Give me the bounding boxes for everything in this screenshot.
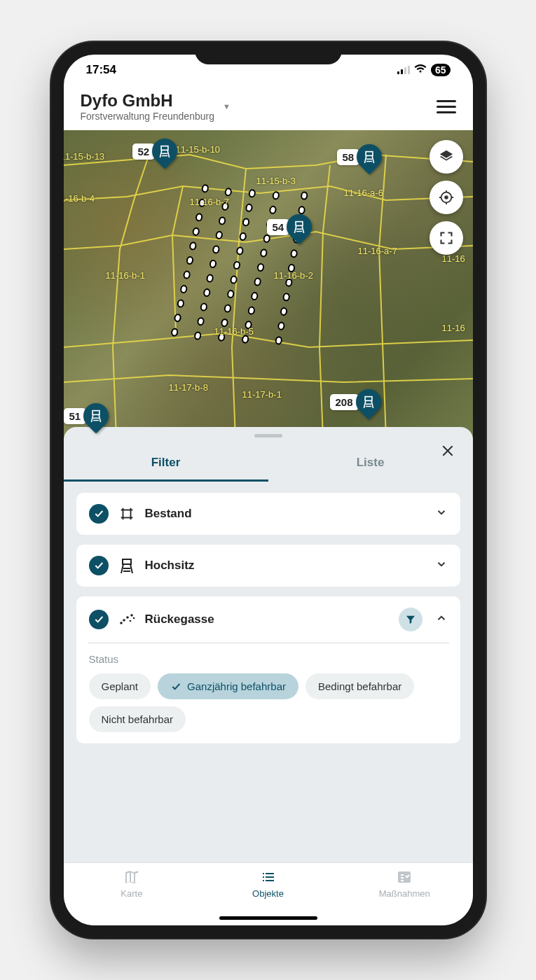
home-indicator[interactable] bbox=[219, 916, 317, 920]
sheet-grabber[interactable] bbox=[254, 434, 282, 438]
checkmark-icon bbox=[170, 681, 181, 692]
parcel-label: 11-17-b-8 bbox=[169, 382, 208, 393]
category-label: Hochsitz bbox=[145, 559, 425, 573]
map-pin[interactable]: 208 bbox=[330, 389, 381, 414]
parcel-label: 11-16-b-4 bbox=[64, 193, 95, 204]
category-row[interactable]: Rückegasse bbox=[89, 608, 448, 631]
chevron-down-icon[interactable]: ▼ bbox=[223, 102, 231, 111]
category-rueckegasse: Rückegasse Status GeplantGanzjährig befa… bbox=[76, 596, 460, 743]
status-chip[interactable]: Nicht befahrbar bbox=[89, 706, 186, 732]
svg-rect-1 bbox=[366, 152, 373, 156]
org-title[interactable]: Dyfo GmbH bbox=[81, 91, 214, 111]
svg-point-14 bbox=[129, 620, 131, 622]
filter-button[interactable] bbox=[399, 608, 422, 631]
nav-karte[interactable]: Karte bbox=[64, 869, 200, 925]
svg-rect-7 bbox=[123, 510, 130, 518]
pin-marker-icon bbox=[350, 384, 386, 420]
status-time: 17:54 bbox=[86, 63, 116, 77]
sheet-tabs: Filter Liste bbox=[64, 446, 473, 482]
nav-label: Maßnahmen bbox=[379, 888, 430, 899]
svg-point-13 bbox=[132, 617, 135, 620]
nav-massnahmen[interactable]: Maßnahmen bbox=[336, 869, 473, 925]
chevron-down-icon bbox=[435, 558, 448, 573]
cellular-signal-icon bbox=[397, 66, 410, 74]
rueckegasse-icon bbox=[118, 613, 135, 626]
category-hochsitz[interactable]: Hochsitz bbox=[76, 545, 460, 587]
checkmark-icon bbox=[89, 610, 109, 629]
parcel-label: 11-16-b-2 bbox=[274, 270, 313, 281]
parcel-label: 11-16-b-7 bbox=[190, 197, 229, 207]
status-chip[interactable]: Bedingt befahrbar bbox=[305, 673, 414, 699]
svg-rect-0 bbox=[161, 146, 168, 150]
pin-marker-icon bbox=[352, 139, 387, 175]
map-pin[interactable]: 52 bbox=[132, 139, 178, 164]
bestand-icon bbox=[118, 506, 135, 522]
close-button[interactable] bbox=[437, 440, 459, 462]
parcel-label: 11-15-b-10 bbox=[176, 144, 221, 155]
chevron-down-icon bbox=[435, 506, 448, 522]
wifi-icon bbox=[414, 63, 427, 77]
parcel-label: 11-15-b-3 bbox=[256, 176, 296, 186]
pin-marker-icon bbox=[282, 209, 317, 245]
checkmark-icon bbox=[89, 556, 109, 575]
divider bbox=[88, 643, 449, 643]
chevron-up-icon bbox=[435, 612, 448, 627]
parcel-label: 11-16-a-7 bbox=[358, 246, 397, 256]
status-section-title: Status bbox=[89, 653, 448, 665]
svg-point-9 bbox=[120, 622, 123, 624]
parcel-label: 11-15-b-13 bbox=[64, 151, 105, 162]
battery-indicator: 65 bbox=[431, 64, 451, 76]
map-pin[interactable]: 54 bbox=[267, 214, 312, 239]
filter-sheet: Filter Liste Bestand bbox=[64, 427, 473, 862]
menu-button[interactable] bbox=[437, 100, 456, 113]
map-pin[interactable]: 51 bbox=[64, 403, 109, 428]
nav-label: Objekte bbox=[252, 888, 284, 899]
status-chip[interactable]: Geplant bbox=[89, 673, 151, 699]
hochsitz-icon bbox=[118, 558, 135, 573]
app-header: Dyfo GmbH Forstverwaltung Freundenburg ▼ bbox=[64, 85, 473, 130]
screen: 17:54 65 Dyfo GmbH Forstverwaltung Freun… bbox=[64, 55, 473, 925]
svg-rect-8 bbox=[123, 559, 131, 564]
parcel-label: 11-17-b-1 bbox=[242, 389, 282, 400]
pin-label: 208 bbox=[330, 394, 359, 410]
org-subtitle: Forstverwaltung Freundenburg bbox=[81, 111, 214, 122]
parcel-label: 11-16 bbox=[442, 323, 465, 333]
map-view[interactable]: 11-15-b-1011-15-b-1311-15-b-311-16-a-611… bbox=[64, 130, 473, 438]
parcel-label: 11-16-a-6 bbox=[344, 188, 383, 198]
checkmark-icon bbox=[89, 504, 109, 524]
svg-rect-15 bbox=[398, 872, 411, 883]
nav-label: Karte bbox=[121, 888, 142, 899]
tab-filter[interactable]: Filter bbox=[64, 446, 268, 482]
category-bestand[interactable]: Bestand bbox=[76, 493, 460, 535]
parcel-label: 11-16-b-1 bbox=[106, 270, 145, 281]
svg-rect-4 bbox=[92, 411, 99, 415]
map-pin[interactable]: 58 bbox=[337, 144, 383, 169]
svg-rect-3 bbox=[365, 397, 372, 401]
svg-point-12 bbox=[130, 614, 133, 617]
parcel-label: 11-16-b-5 bbox=[214, 326, 254, 337]
status-chip[interactable]: Ganzjährig befahrbar bbox=[158, 673, 298, 699]
chip-label: Ganzjährig befahrbar bbox=[187, 680, 286, 692]
category-label: Rückegasse bbox=[145, 612, 389, 626]
svg-point-11 bbox=[126, 616, 129, 619]
layers-button[interactable] bbox=[430, 140, 463, 174]
pin-marker-icon bbox=[147, 134, 183, 169]
device-frame: 17:54 65 Dyfo GmbH Forstverwaltung Freun… bbox=[51, 42, 486, 938]
category-label: Bestand bbox=[145, 507, 425, 521]
fullscreen-button[interactable] bbox=[430, 221, 463, 255]
locate-button[interactable] bbox=[430, 181, 463, 214]
status-bar: 17:54 65 bbox=[64, 55, 473, 85]
svg-point-10 bbox=[123, 619, 125, 622]
svg-point-6 bbox=[445, 196, 448, 199]
parcel-label: 11-16 bbox=[442, 253, 465, 264]
svg-rect-2 bbox=[296, 222, 303, 226]
